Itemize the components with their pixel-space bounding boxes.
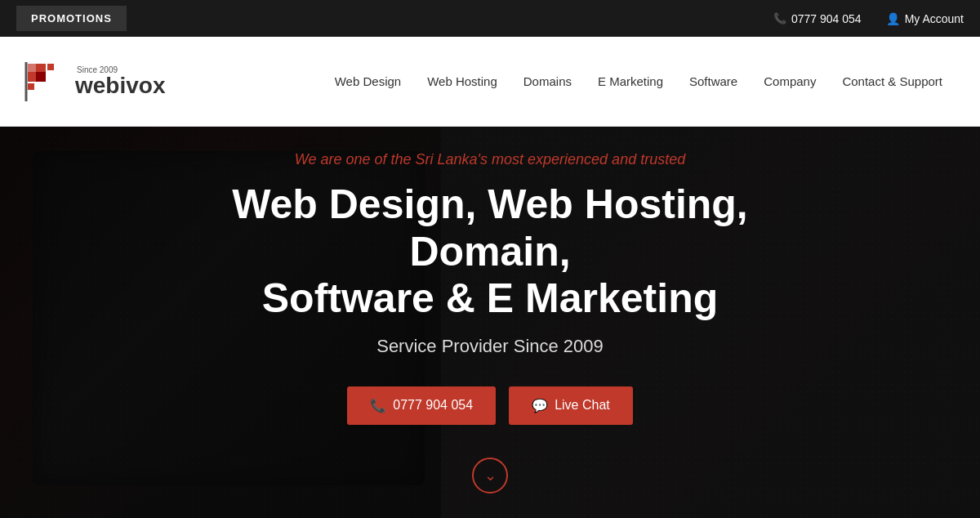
top-bar-phone-number: 0777 904 054 xyxy=(791,12,862,25)
hero-title-line2: Software & E Marketing xyxy=(262,275,718,321)
hero-subtitle: We are one of the Sri Lanka's most exper… xyxy=(180,151,800,168)
nav-link-web-design[interactable]: Web Design xyxy=(322,68,414,95)
nav-link-domains[interactable]: Domains xyxy=(510,68,585,95)
hero-title: Web Design, Web Hosting, Domain, Softwar… xyxy=(180,181,800,323)
chevron-down-icon: ⌄ xyxy=(484,468,497,483)
svg-rect-4 xyxy=(28,83,34,90)
nav-bar: Since 2009 webivox Web Design Web Hostin… xyxy=(0,37,980,127)
chat-btn-label: Live Chat xyxy=(555,398,610,413)
top-bar-phone: 📞 0777 904 054 xyxy=(773,12,862,25)
phone-btn-label: 0777 904 054 xyxy=(393,398,473,413)
svg-rect-2 xyxy=(36,72,46,82)
nav-links: Web Design Web Hosting Domains E Marketi… xyxy=(322,68,956,95)
scroll-down-button[interactable]: ⌄ xyxy=(472,458,508,493)
hero-content: We are one of the Sri Lanka's most exper… xyxy=(163,151,817,493)
chat-btn-icon: 💬 xyxy=(532,398,548,413)
svg-rect-3 xyxy=(47,64,54,70)
hero-title-line1: Web Design, Web Hosting, Domain, xyxy=(232,181,748,275)
hero-section: We are one of the Sri Lanka's most exper… xyxy=(0,127,980,518)
nav-link-web-hosting[interactable]: Web Hosting xyxy=(414,68,510,95)
live-chat-button[interactable]: 💬 Live Chat xyxy=(509,386,633,425)
call-button[interactable]: 📞 0777 904 054 xyxy=(347,386,496,425)
logo-icon xyxy=(24,60,67,103)
top-bar: PROMOTIONS 📞 0777 904 054 👤 My Account xyxy=(0,0,980,37)
top-bar-right: 📞 0777 904 054 👤 My Account xyxy=(773,12,964,25)
hero-tagline: Service Provider Since 2009 xyxy=(180,336,800,357)
logo-name: webivox xyxy=(75,74,165,97)
nav-link-company[interactable]: Company xyxy=(751,68,829,95)
nav-link-software[interactable]: Software xyxy=(676,68,751,95)
nav-link-e-marketing[interactable]: E Marketing xyxy=(585,68,676,95)
promotions-label[interactable]: PROMOTIONS xyxy=(16,6,127,31)
phone-icon: 📞 xyxy=(773,12,786,25)
nav-link-contact-support[interactable]: Contact & Support xyxy=(829,68,956,95)
top-bar-account[interactable]: 👤 My Account xyxy=(886,12,964,25)
svg-rect-1 xyxy=(28,64,36,72)
logo[interactable]: Since 2009 webivox xyxy=(24,60,165,103)
phone-btn-icon: 📞 xyxy=(370,398,386,413)
logo-text: Since 2009 webivox xyxy=(75,65,165,97)
hero-buttons: 📞 0777 904 054 💬 Live Chat xyxy=(180,386,800,425)
account-label: My Account xyxy=(905,12,964,25)
person-icon: 👤 xyxy=(886,12,900,25)
